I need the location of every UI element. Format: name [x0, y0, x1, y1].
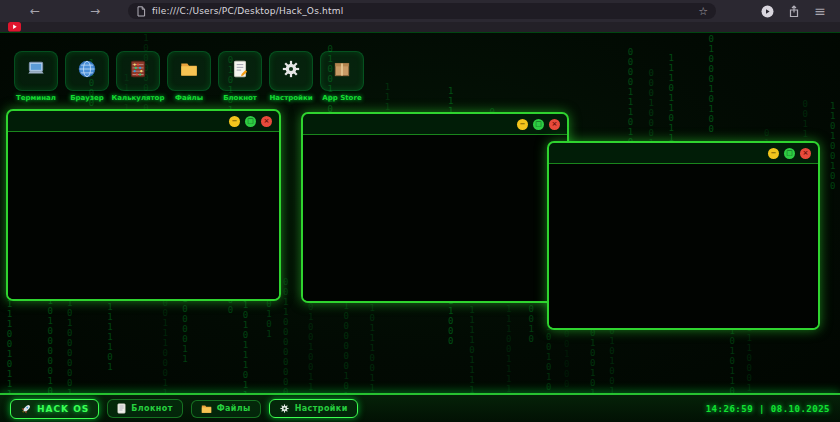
laptop-icon — [25, 58, 47, 84]
menu-icon[interactable]: ≡ — [814, 0, 826, 22]
minimize-button[interactable]: − — [229, 116, 240, 127]
gear-icon — [279, 403, 290, 414]
bookmark-star-icon[interactable]: ☆ — [698, 5, 708, 18]
start-button[interactable]: HACK OS — [10, 399, 99, 419]
desktop-icon-label: Браузер — [70, 94, 103, 102]
close-button[interactable]: × — [261, 116, 272, 127]
window-titlebar[interactable]: − □ × — [549, 143, 818, 164]
taskbar-clock: 14:26:59 | 08.10.2025 — [706, 404, 830, 414]
share-icon[interactable] — [788, 5, 800, 18]
taskbar-app-label: Настройки — [295, 404, 348, 413]
memo-icon — [229, 58, 251, 84]
desktop-icon-browser[interactable]: Браузер — [65, 51, 109, 102]
desktop-icon-label: Блокнот — [223, 94, 257, 102]
desktop-icon-label: Терминал — [16, 94, 56, 102]
desktop-icon-label: Калькулятор — [112, 94, 165, 102]
url-bar[interactable]: file:///C:/Users/PC/Desktop/Hack_Os.html… — [128, 3, 716, 19]
taskbar-app-notepad[interactable]: Блокнот — [107, 399, 182, 418]
browser-toolbar: ← → file:///C:/Users/PC/Desktop/Hack_Os.… — [0, 0, 840, 22]
close-button[interactable]: × — [549, 119, 560, 130]
extension-icon[interactable] — [761, 5, 774, 18]
minimize-button[interactable]: − — [768, 148, 779, 159]
desktop-icon-label: App Store — [322, 94, 361, 102]
maximize-button[interactable]: □ — [784, 148, 795, 159]
desktop-icon-label: Файлы — [175, 94, 203, 102]
taskbar: HACK OS Блокнот Файлы Настройки 14:26:59… — [0, 393, 840, 422]
rocket-icon — [20, 403, 32, 415]
video-tab-icon[interactable] — [8, 22, 21, 32]
close-button[interactable]: × — [800, 148, 811, 159]
window-notepad[interactable]: − □ × — [6, 109, 281, 301]
desktop-icon-appstore[interactable]: App Store — [320, 51, 364, 102]
back-button[interactable]: ← — [30, 0, 40, 22]
url-text[interactable]: file:///C:/Users/PC/Desktop/Hack_Os.html — [152, 6, 343, 16]
desktop: 1 1 1 0 0 0 0 1 1 1 0 0 0 1 1 1 0 0 1 0 … — [0, 32, 840, 393]
window-content — [549, 164, 818, 328]
gear-icon — [280, 58, 302, 84]
forward-button[interactable]: → — [90, 0, 100, 22]
taskbar-app-files[interactable]: Файлы — [191, 400, 261, 418]
package-icon — [331, 58, 353, 84]
start-label: HACK OS — [37, 404, 89, 414]
abacus-icon — [127, 58, 149, 84]
page-icon — [136, 6, 146, 17]
maximize-button[interactable]: □ — [533, 119, 544, 130]
desktop-icons: Терминал Браузер Калькулятор Файлы Блокн… — [14, 51, 364, 102]
window-files[interactable]: − □ × — [301, 112, 569, 303]
desktop-icon-calculator[interactable]: Калькулятор — [116, 51, 160, 102]
taskbar-app-label: Файлы — [217, 404, 251, 413]
maximize-button[interactable]: □ — [245, 116, 256, 127]
desktop-icon-label: Настройки — [269, 94, 312, 102]
memo-icon — [117, 403, 126, 414]
window-content — [303, 135, 567, 301]
window-content — [8, 132, 279, 299]
desktop-icon-files[interactable]: Файлы — [167, 51, 211, 102]
folder-icon — [201, 404, 212, 414]
minimize-button[interactable]: − — [517, 119, 528, 130]
folder-icon — [178, 58, 200, 84]
tab-strip — [0, 22, 840, 32]
globe-icon — [76, 58, 98, 84]
window-settings[interactable]: − □ × — [547, 141, 820, 330]
taskbar-app-label: Блокнот — [131, 404, 172, 413]
window-titlebar[interactable]: − □ × — [8, 111, 279, 132]
desktop-icon-settings[interactable]: Настройки — [269, 51, 313, 102]
taskbar-app-settings[interactable]: Настройки — [269, 399, 358, 418]
window-titlebar[interactable]: − □ × — [303, 114, 567, 135]
desktop-icon-notepad[interactable]: Блокнот — [218, 51, 262, 102]
desktop-icon-terminal[interactable]: Терминал — [14, 51, 58, 102]
